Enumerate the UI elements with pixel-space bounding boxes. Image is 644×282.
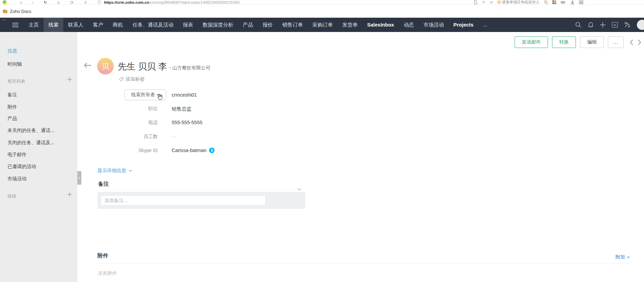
record-sidebar: 信息 时间轴 相关列表 备注 附件 产品 未关闭的任务、通话... 关闭的任务、… — [0, 32, 77, 282]
bookmark-label[interactable]: Zoho Docs — [10, 9, 31, 14]
browser-menu-icon[interactable] — [579, 1, 583, 4]
tab-analytics[interactable]: 数据深度分析 — [198, 18, 238, 32]
related-list-header: 相关列表 — [7, 78, 25, 84]
lead-owner-value[interactable]: crmceshi01 — [172, 92, 197, 98]
proxy-icon[interactable] — [561, 0, 566, 4]
lead-avatar[interactable]: 贝 — [97, 58, 114, 74]
add-tag-link[interactable]: 添加标签 — [119, 76, 145, 82]
url-host: https://crm.zoho.com.cn — [104, 0, 149, 4]
bookmark-star-icon[interactable]: ☆ — [482, 0, 485, 4]
apps-grid-icon[interactable] — [552, 0, 556, 4]
site-security-icon[interactable] — [97, 0, 101, 4]
field-value-phone[interactable]: 555-555-5555 — [172, 120, 202, 125]
tab-invoices[interactable]: 发货单 — [337, 18, 362, 32]
chevron-down-icon — [627, 256, 630, 258]
notifications-bell-icon[interactable] — [588, 22, 594, 28]
show-details-link[interactable]: 显示详细信息 — [97, 168, 132, 174]
tab-contacts[interactable]: 联系人 — [63, 18, 88, 32]
tab-accounts[interactable]: 客户 — [88, 18, 108, 32]
notes-compose-area — [97, 192, 305, 209]
add-note-input[interactable] — [101, 195, 266, 205]
sidebar-item-info[interactable]: 信息 — [7, 48, 17, 54]
attachments-section-heading: 附件 — [97, 252, 108, 260]
setup-tools-icon[interactable] — [624, 22, 630, 28]
skype-id-text: Carissa-batman — [172, 148, 206, 153]
tab-projects[interactable]: Projects — [449, 18, 478, 32]
tab-feeds[interactable]: 动态 — [399, 18, 419, 32]
add-related-list-icon[interactable] — [67, 77, 72, 82]
browser-promo[interactable]: 诸葛单挑吕布战架你入 — [498, 0, 539, 5]
sidebar-item-invited-events[interactable]: 已邀请的活动 — [7, 164, 36, 170]
quick-create-plus-icon[interactable] — [600, 22, 606, 28]
field-value-title[interactable]: 销售总监 — [172, 106, 191, 112]
browser-reader-icon[interactable]: ⊃ — [70, 0, 73, 5]
field-value-skype[interactable]: Carissa-batman S — [172, 148, 215, 153]
tab-products[interactable]: 产品 — [238, 18, 258, 32]
lead-company: - 山方餐饮有限公司 — [169, 65, 210, 71]
back-arrow-icon[interactable] — [84, 62, 92, 70]
calendar-icon[interactable]: 31 — [612, 22, 618, 28]
caret-down-icon — [157, 94, 159, 96]
download-icon[interactable] — [570, 0, 575, 4]
toolbar-dropdown-icon[interactable] — [490, 1, 493, 3]
lead-owner-dropdown[interactable]: 线索所有者 — [124, 89, 166, 100]
hamburger-menu-icon[interactable] — [12, 23, 18, 27]
more-actions-button[interactable]: ... — [608, 36, 624, 48]
sidebar-item-closed-activities[interactable]: 关闭的任务、通话及... — [7, 140, 54, 146]
browser-forward-icon[interactable]: › — [32, 0, 33, 5]
add-link-icon[interactable] — [67, 192, 72, 197]
url-path: /crm/org38548087/tab/Leads/1408230000002… — [149, 0, 239, 4]
notes-collapse-icon[interactable] — [297, 186, 301, 192]
add-tag-label: 添加标签 — [126, 76, 145, 82]
tag-icon — [119, 77, 124, 82]
sidebar-item-campaigns[interactable]: 市场活动 — [7, 176, 27, 182]
tab-campaigns[interactable]: 市场活动 — [419, 18, 449, 32]
send-mail-button[interactable]: 发送邮件 — [515, 36, 548, 48]
lead-avatar-initial: 贝 — [102, 62, 109, 71]
browser-home-icon[interactable]: ⌂ — [57, 0, 60, 5]
sidebar-item-emails[interactable]: 电子邮件 — [7, 152, 27, 158]
folder-icon — [3, 9, 7, 13]
tab-home[interactable]: 主页 — [24, 18, 44, 32]
attach-file-link[interactable]: 附加 — [615, 254, 630, 260]
field-value-employees[interactable]: — — [172, 134, 177, 139]
sidebar-item-timeline[interactable]: 时间轴 — [7, 61, 22, 67]
tab-sales-orders[interactable]: 销售订单 — [278, 18, 308, 32]
next-record-icon[interactable] — [638, 39, 641, 46]
sidebar-item-attachments[interactable]: 附件 — [7, 104, 17, 110]
chevron-down-icon — [129, 170, 132, 172]
save-page-icon[interactable] — [473, 0, 477, 4]
url-bar[interactable]: https://crm.zoho.com.cn/crm/org38548087/… — [104, 0, 239, 4]
search-icon[interactable] — [575, 22, 581, 28]
links-header: 链接 — [7, 193, 16, 199]
bookmarks-bar: Zoho Docs — [0, 5, 644, 18]
browser-back-icon[interactable]: ‹ — [20, 0, 22, 5]
user-avatar[interactable] — [637, 20, 644, 30]
tab-quotes[interactable]: 报价 — [258, 18, 278, 32]
record-actions: 发送邮件 转换 编辑 ... — [515, 36, 641, 48]
lead-owner-label: 线索所有者 — [131, 92, 155, 98]
crm-navbar: ••• 主页 线索 联系人 客户 商机 任务、通话及活动 报表 数据深度分析 产… — [0, 18, 644, 32]
browser-refresh-icon[interactable]: ↻ — [44, 0, 47, 5]
sidebar-item-notes[interactable]: 备注 — [7, 92, 17, 98]
show-details-label: 显示详细信息 — [97, 168, 126, 174]
tab-leads[interactable]: 线索 — [44, 18, 63, 32]
previous-record-icon[interactable] — [630, 39, 633, 46]
tab-more[interactable]: ... — [478, 18, 492, 32]
browser-favorite-icon[interactable]: ☆ — [83, 0, 87, 5]
tab-reports[interactable]: 报表 — [178, 18, 198, 32]
attach-file-label: 附加 — [615, 254, 625, 260]
tab-activities[interactable]: 任务、通话及活动 — [128, 18, 178, 32]
skype-icon[interactable]: S — [209, 148, 215, 153]
lead-name: 先生 贝贝 李 — [118, 61, 167, 72]
tab-deals[interactable]: 商机 — [108, 18, 128, 32]
convert-button[interactable]: 转换 — [552, 36, 576, 48]
field-label-employees: 员工数 — [107, 134, 158, 140]
tab-purchase-orders[interactable]: 采购订单 — [308, 18, 337, 32]
edit-button[interactable]: 编辑 — [580, 36, 604, 48]
sidebar-item-open-activities[interactable]: 未关闭的任务、通话... — [7, 128, 54, 134]
sidebar-item-products[interactable]: 产品 — [7, 116, 17, 122]
browser-search-icon[interactable] — [544, 0, 548, 4]
sidebar-collapse-handle[interactable] — [77, 171, 81, 185]
tab-salesinbox[interactable]: SalesInbox — [362, 18, 399, 32]
